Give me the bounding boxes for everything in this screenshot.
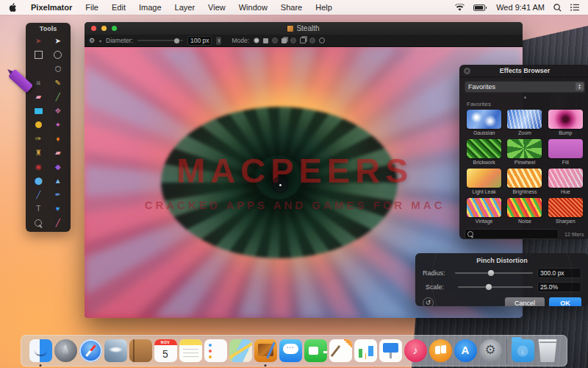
effect-bump[interactable]: Bump	[545, 110, 586, 138]
brush-tool-icon[interactable]: ✑	[33, 133, 44, 144]
effect-hue[interactable]: Hue	[545, 169, 586, 197]
pen-tool-icon[interactable]: ╱	[33, 189, 44, 200]
heal-tool-icon[interactable]: ▰	[52, 147, 63, 158]
gradient-crystal-tool-icon[interactable]: ◆	[52, 161, 63, 172]
dock-icon-launchpad[interactable]	[54, 339, 77, 362]
polygon-select-tool-icon[interactable]: ⬡	[52, 63, 63, 74]
mode-intersect-icon[interactable]	[319, 38, 325, 43]
blur-drop-tool-icon[interactable]: ⬤	[33, 175, 44, 186]
reset-icon[interactable]: ↺	[423, 297, 434, 306]
effect-thumb-brickwork[interactable]	[467, 139, 501, 158]
effect-brickwork[interactable]: Brickwork	[464, 139, 504, 167]
crop-tool-icon[interactable]: ⌗	[33, 77, 44, 88]
effects-category-dropdown[interactable]: Favorites ▲▼	[465, 81, 585, 93]
effect-thumb-noise[interactable]	[507, 198, 542, 217]
effects-search-input[interactable]	[465, 229, 559, 239]
mode-subtract-icon[interactable]	[300, 38, 306, 43]
effects-browser-header[interactable]: ✕ Effects Browser	[459, 65, 588, 77]
effect-zoom[interactable]: Zoom	[504, 110, 545, 138]
dock-icon-calendar[interactable]: NOV 5	[154, 339, 177, 362]
menu-item-view[interactable]: View	[201, 3, 232, 12]
line-tool-icon[interactable]: ╱	[52, 91, 63, 102]
dock-icon-numbers[interactable]	[354, 339, 377, 362]
radius-value-field[interactable]: 300.0 px	[537, 268, 581, 278]
move-tool-icon[interactable]: ➤	[33, 35, 44, 46]
battery-icon[interactable]	[473, 4, 487, 11]
effect-thumb-gaussian[interactable]	[467, 110, 501, 129]
menu-item-share[interactable]: Share	[274, 3, 309, 12]
wifi-icon[interactable]	[455, 4, 465, 11]
diameter-stepper[interactable]: ▲▼	[216, 37, 221, 45]
effect-brightness[interactable]: Brightness	[504, 169, 545, 197]
dock-icon-pages[interactable]	[329, 339, 352, 362]
apple-menu-icon[interactable]	[9, 3, 17, 13]
effect-pinwheel[interactable]: Pinwheel	[504, 139, 545, 167]
diameter-slider[interactable]	[137, 40, 183, 41]
dock-icon-finder[interactable]	[29, 339, 52, 362]
menu-bar-clock[interactable]: Wed 9:41 AM	[496, 3, 545, 12]
marker-slot[interactable]	[33, 63, 44, 74]
dock-icon-downloads[interactable]	[512, 339, 534, 362]
pencil-tool-icon[interactable]: ✎	[52, 77, 63, 88]
menu-item-pixelmator[interactable]: Pixelmator	[24, 3, 79, 12]
scale-slider[interactable]	[458, 286, 533, 288]
mode-option-4-radio[interactable]	[309, 38, 315, 43]
mode-normal-icon[interactable]	[263, 38, 268, 43]
dock-icon-contacts[interactable]	[129, 339, 152, 362]
radius-slider[interactable]	[455, 272, 533, 274]
effect-vintage[interactable]: Vintage	[464, 198, 504, 226]
menu-item-layer[interactable]: Layer	[168, 3, 202, 12]
dock-icon-facetime[interactable]	[304, 339, 327, 362]
notification-center-icon[interactable]	[570, 4, 579, 11]
dock-icon-system-preferences[interactable]: ⚙	[479, 339, 502, 362]
dock-icon-reminders[interactable]	[204, 339, 227, 362]
scale-value-field[interactable]: 25.0%	[537, 282, 581, 292]
ok-button[interactable]: OK	[549, 297, 581, 306]
dock-icon-itunes[interactable]: ♪	[404, 339, 427, 362]
menu-item-window[interactable]: Window	[232, 3, 274, 12]
effect-light-leak[interactable]: Light Leak	[464, 169, 504, 197]
mode-option-2-radio[interactable]	[272, 38, 278, 43]
type-tool-icon[interactable]: T	[33, 203, 44, 214]
dock-icon-photos[interactable]	[104, 339, 127, 362]
effect-noise[interactable]: Noise	[504, 198, 545, 226]
dock-icon-keynote[interactable]	[379, 339, 402, 362]
effect-thumb-brightness[interactable]	[507, 169, 542, 188]
dock-icon-ibooks[interactable]	[429, 339, 452, 362]
dock-icon-trash[interactable]	[537, 339, 559, 362]
pink-pen-tool-icon[interactable]: ╱	[52, 217, 63, 228]
zoom-tool-icon[interactable]	[33, 217, 44, 228]
dock-icon-pixelmator[interactable]	[254, 339, 277, 362]
effect-thumb-fill[interactable]	[548, 139, 583, 158]
palette-tool-icon[interactable]: ❖	[52, 105, 63, 116]
effect-thumb-vintage[interactable]	[467, 198, 501, 217]
menu-item-file[interactable]: File	[79, 3, 105, 12]
mode-add-icon[interactable]	[282, 38, 287, 43]
sharpen-cone-tool-icon[interactable]: ▲	[52, 175, 63, 186]
diameter-value-field[interactable]: 100 px	[187, 36, 212, 46]
burn-tool-icon[interactable]: ♦	[52, 133, 63, 144]
radius-slider-knob[interactable]	[488, 270, 494, 276]
mode-option-3-radio[interactable]	[290, 38, 296, 43]
effect-thumb-light-leak[interactable]	[467, 169, 501, 188]
magic-wand-tool-icon[interactable]: ✦	[52, 119, 63, 130]
effect-fill[interactable]: Fill	[545, 139, 586, 167]
effect-gaussian[interactable]: Gaussian	[464, 110, 504, 138]
dock-icon-safari[interactable]	[79, 339, 102, 362]
menu-item-edit[interactable]: Edit	[105, 3, 132, 12]
dock-icon-messages[interactable]	[279, 339, 302, 362]
diameter-slider-knob[interactable]	[174, 38, 179, 43]
dock-icon-maps[interactable]	[229, 339, 252, 362]
cancel-button[interactable]: Cancel	[505, 297, 545, 306]
eraser-tool-icon[interactable]: ▰	[33, 91, 44, 102]
effect-thumb-pinwheel[interactable]	[507, 139, 542, 158]
window-title-bar[interactable]: Stealth	[85, 22, 523, 35]
smudge-pen-tool-icon[interactable]: ✒	[52, 189, 63, 200]
menu-item-image[interactable]: Image	[132, 3, 168, 12]
cursor-tool-icon[interactable]: ➤	[52, 35, 63, 46]
effect-thumb-sharpen[interactable]	[548, 198, 583, 217]
mode-option-1-radio[interactable]	[254, 38, 259, 43]
red-eye-tool-icon[interactable]: ◉	[33, 161, 44, 172]
spotlight-icon[interactable]	[553, 4, 562, 12]
effect-thumb-zoom[interactable]	[507, 110, 542, 129]
